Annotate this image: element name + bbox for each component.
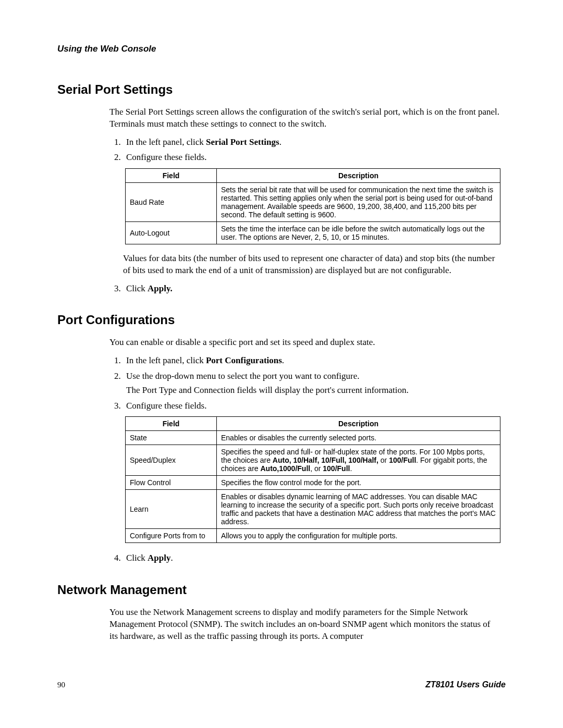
- table-row: Speed/Duplex Specifies the speed and ful…: [126, 445, 500, 476]
- cell-desc: Sets the time the interface can be idle …: [217, 221, 500, 244]
- section-title-portconf: Port Configurations: [57, 313, 506, 327]
- step-subnote: The Port Type and Connection fields will…: [126, 384, 500, 397]
- step-item: In the left panel, click Port Configurat…: [123, 354, 500, 367]
- step-text: In the left panel, click: [126, 355, 206, 365]
- table-row: Auto-Logout Sets the time the interface …: [126, 221, 500, 244]
- desc-bold: 100/Full: [323, 464, 350, 473]
- table-row: Configure Ports from to Allows you to ap…: [126, 529, 500, 543]
- page-footer: 90 ZT8101 Users Guide: [57, 680, 506, 689]
- section-body-serial: The Serial Port Settings screen allows t…: [109, 106, 500, 164]
- intro-text: The Serial Port Settings screen allows t…: [109, 106, 500, 130]
- step-bold: Port Configurations: [206, 355, 282, 365]
- section-body-netmgmt: You use the Network Management screens t…: [109, 607, 500, 643]
- steps-list: Click Apply.: [109, 551, 500, 565]
- cell-field: Speed/Duplex: [126, 445, 217, 476]
- desc-text: or: [378, 456, 389, 464]
- desc-text: .: [350, 464, 352, 473]
- intro-text: You use the Network Management screens t…: [109, 607, 500, 643]
- portconf-field-table: Field Description State Enables or disab…: [125, 416, 500, 543]
- step-item: In the left panel, click Serial Port Set…: [123, 135, 500, 149]
- cell-field: State: [126, 431, 217, 445]
- cell-field: Auto-Logout: [126, 221, 217, 244]
- step-text: Use the drop-down menu to select the por…: [126, 371, 360, 381]
- section-body-serial-after: Values for data bits (the number of bits…: [109, 253, 500, 295]
- step-text: In the left panel, click: [126, 137, 206, 147]
- note-text: Values for data bits (the number of bits…: [123, 253, 500, 277]
- section-body-portconf: You can enable or disable a specific por…: [109, 337, 500, 412]
- table-row: Learn Enables or disables dynamic learni…: [126, 490, 500, 529]
- steps-list: In the left panel, click Serial Port Set…: [109, 135, 500, 164]
- steps-list: In the left panel, click Port Configurat…: [109, 354, 500, 412]
- table-row: Baud Rate Sets the serial bit rate that …: [126, 182, 500, 221]
- chapter-header: Using the Web Console: [57, 44, 506, 54]
- cell-desc: Allows you to apply the configuration fo…: [217, 529, 500, 543]
- step-item: Configure these fields.: [123, 399, 500, 413]
- table-header-row: Field Description: [126, 417, 500, 431]
- step-bold: Serial Port Settings: [206, 137, 279, 147]
- col-description: Description: [217, 417, 500, 431]
- serial-field-table: Field Description Baud Rate Sets the ser…: [125, 168, 500, 244]
- step-text: .: [171, 553, 173, 563]
- step-item: Configure these fields.: [123, 151, 500, 164]
- guide-name: ZT8101 Users Guide: [425, 680, 506, 689]
- col-field: Field: [126, 417, 217, 431]
- table-row: Flow Control Specifies the flow control …: [126, 476, 500, 490]
- step-item: Use the drop-down menu to select the por…: [123, 369, 500, 397]
- table-row: State Enables or disables the currently …: [126, 431, 500, 445]
- desc-text: , or: [310, 464, 323, 473]
- step-text: Click: [126, 553, 148, 563]
- table-header-row: Field Description: [126, 168, 500, 182]
- step-bold: Apply.: [148, 283, 173, 293]
- cell-desc: Enables or disables the currently select…: [217, 431, 500, 445]
- desc-bold: Auto, 10/Half, 10/Full, 100/Half,: [273, 456, 378, 464]
- cell-field: Configure Ports from to: [126, 529, 217, 543]
- section-title-serial: Serial Port Settings: [57, 82, 506, 97]
- col-description: Description: [217, 168, 500, 182]
- cell-desc: Enables or disables dynamic learning of …: [217, 490, 500, 529]
- step-item: Click Apply.: [123, 282, 500, 295]
- cell-desc: Specifies the flow control mode for the …: [217, 476, 500, 490]
- desc-bold: Auto,1000/Full: [260, 464, 310, 473]
- step-text: .: [279, 137, 282, 147]
- cell-field: Learn: [126, 490, 217, 529]
- cell-field: Baud Rate: [126, 182, 217, 221]
- col-field: Field: [126, 168, 217, 182]
- step-bold: Apply: [148, 553, 170, 563]
- step-text: Click: [126, 283, 148, 293]
- cell-desc: Sets the serial bit rate that will be us…: [217, 182, 500, 221]
- section-body-portconf-after: Click Apply.: [109, 551, 500, 565]
- step-text: .: [282, 355, 284, 365]
- section-title-netmgmt: Network Management: [57, 583, 506, 597]
- document-page: Using the Web Console Serial Port Settin…: [0, 0, 563, 728]
- page-number: 90: [57, 681, 65, 689]
- cell-field: Flow Control: [126, 476, 217, 490]
- steps-list: Click Apply.: [109, 282, 500, 295]
- intro-text: You can enable or disable a specific por…: [109, 337, 500, 349]
- desc-bold: 100/Full: [389, 456, 416, 464]
- step-item: Click Apply.: [123, 551, 500, 565]
- cell-desc: Specifies the speed and full- or half-du…: [217, 445, 500, 476]
